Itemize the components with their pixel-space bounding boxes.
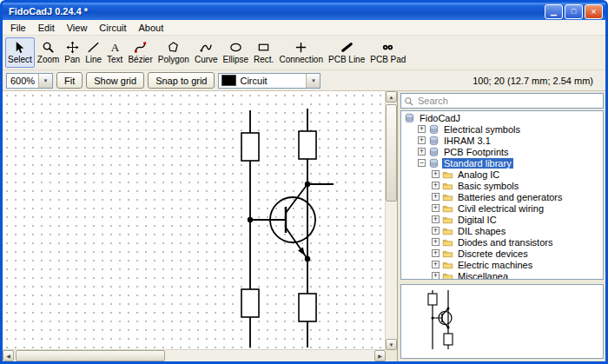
window-controls: ▁ □ × bbox=[545, 4, 603, 19]
tree-item-dil-shapes[interactable]: +DIL shapes bbox=[401, 225, 603, 236]
expand-icon[interactable]: + bbox=[432, 261, 439, 268]
tree-label: Digital IC bbox=[456, 215, 499, 225]
tool-pan-button[interactable]: Pan bbox=[62, 37, 83, 68]
tool-pcbline-button[interactable]: PCB Line bbox=[326, 37, 367, 68]
tree-item-batteries-and-generators[interactable]: +Batteries and generators bbox=[401, 191, 603, 202]
tree-item-ihram-3-1[interactable]: +IHRAM 3.1 bbox=[401, 135, 603, 146]
zoom-combobox[interactable]: 600% ▼ bbox=[6, 73, 53, 89]
tools-toolbar: SelectZoomPanLineTextBézierPolygonCurveE… bbox=[3, 36, 605, 70]
minimize-button[interactable]: ▁ bbox=[545, 4, 563, 19]
tree-item-analog-ic[interactable]: +Analog IC bbox=[401, 169, 603, 180]
vertical-scroll-track[interactable] bbox=[386, 103, 397, 339]
canvas-vertical-scrollbar[interactable]: ▲ ▼ bbox=[385, 91, 397, 350]
tool-polygon-button[interactable]: Polygon bbox=[155, 37, 192, 68]
scroll-up-icon[interactable]: ▲ bbox=[386, 91, 397, 103]
cursor-coordinates: 100; 20 (12.7 mm; 2.54 mm) bbox=[473, 76, 593, 86]
folder-icon bbox=[442, 237, 453, 248]
horizontal-scroll-thumb[interactable] bbox=[16, 350, 165, 361]
pcbline-icon bbox=[340, 41, 354, 54]
menu-file[interactable]: File bbox=[4, 22, 32, 34]
curve-icon bbox=[200, 41, 213, 54]
tree-label: Analog IC bbox=[456, 169, 501, 180]
folder-icon bbox=[442, 192, 453, 202]
chevron-down-icon[interactable]: ▼ bbox=[38, 74, 52, 88]
tool-connection-button[interactable]: Connection bbox=[276, 37, 326, 68]
close-button[interactable]: × bbox=[585, 4, 603, 19]
folder-icon bbox=[442, 169, 453, 180]
search-input[interactable] bbox=[416, 95, 600, 107]
bezier-icon bbox=[134, 41, 147, 54]
menubar: FileEditViewCircuitAbout bbox=[3, 20, 605, 36]
tool-ellipse-button[interactable]: Ellipse bbox=[221, 37, 251, 68]
expand-icon[interactable]: + bbox=[418, 136, 426, 144]
library-icon bbox=[428, 124, 439, 135]
folder-icon bbox=[442, 215, 453, 225]
menu-about[interactable]: About bbox=[133, 22, 170, 34]
tree-item-pcb-footprints[interactable]: +PCB Footprints bbox=[401, 146, 603, 157]
zoom-value: 600% bbox=[7, 76, 38, 86]
expand-icon[interactable]: + bbox=[432, 182, 439, 189]
tree-item-fidocadj[interactable]: FidoCadJ bbox=[401, 112, 603, 123]
fit-button[interactable]: Fit bbox=[56, 72, 83, 89]
vertical-scroll-thumb[interactable] bbox=[386, 104, 397, 202]
menu-view[interactable]: View bbox=[61, 22, 94, 34]
library-sidebar: FidoCadJ+Electrical symbols+IHRAM 3.1+PC… bbox=[398, 91, 605, 361]
layer-combobox[interactable]: Circuit ▼ bbox=[218, 73, 321, 89]
collapse-icon[interactable]: − bbox=[418, 159, 426, 167]
tree-item-discrete-devices[interactable]: +Discrete devices bbox=[401, 248, 603, 259]
expand-icon[interactable]: + bbox=[432, 170, 439, 178]
expand-icon[interactable]: + bbox=[432, 227, 439, 235]
expand-icon[interactable]: + bbox=[432, 238, 439, 246]
tree-item-civil-electrical-wiring[interactable]: +Civil electrical wiring bbox=[401, 202, 603, 214]
layer-value: Circuit bbox=[236, 76, 306, 86]
tree-item-standard-library[interactable]: −Standard library bbox=[401, 157, 603, 169]
horizontal-scroll-track[interactable] bbox=[14, 350, 374, 361]
tree-item-basic-symbols[interactable]: +Basic symbols bbox=[401, 180, 603, 191]
tool-text-button[interactable]: Text bbox=[104, 37, 125, 68]
show-grid-button[interactable]: Show grid bbox=[86, 72, 144, 89]
tool-select-button[interactable]: Select bbox=[5, 37, 35, 68]
chevron-down-icon[interactable]: ▼ bbox=[306, 74, 320, 88]
tree-label: FidoCadJ bbox=[418, 113, 462, 123]
menu-circuit[interactable]: Circuit bbox=[93, 22, 132, 34]
snap-to-grid-button[interactable]: Snap to grid bbox=[148, 72, 215, 89]
expand-icon[interactable]: + bbox=[432, 272, 439, 280]
layer-color-swatch bbox=[221, 75, 236, 86]
scroll-down-icon[interactable]: ▼ bbox=[386, 339, 397, 350]
drawing-canvas[interactable] bbox=[3, 91, 386, 350]
tool-zoom-button[interactable]: Zoom bbox=[35, 37, 63, 68]
tool-bezier-button[interactable]: Bézier bbox=[125, 37, 155, 68]
expand-icon[interactable]: + bbox=[418, 125, 426, 133]
tool-curve-button[interactable]: Curve bbox=[192, 37, 221, 68]
tree-item-electrical-symbols[interactable]: +Electrical symbols bbox=[401, 123, 603, 135]
tool-line-button[interactable]: Line bbox=[83, 37, 104, 68]
tree-label: Civil electrical wiring bbox=[456, 203, 545, 214]
tool-rect-button[interactable]: Rect. bbox=[251, 37, 276, 68]
library-icon bbox=[404, 113, 415, 123]
canvas-horizontal-scrollbar[interactable]: ◀ ▶ bbox=[3, 349, 386, 361]
tool-label: Rect. bbox=[254, 55, 274, 64]
expand-icon[interactable]: + bbox=[432, 215, 439, 223]
zoom-icon bbox=[42, 41, 55, 54]
maximize-button[interactable]: □ bbox=[565, 4, 583, 19]
expand-icon[interactable]: + bbox=[432, 249, 439, 257]
tool-label: Select bbox=[8, 55, 32, 64]
scroll-right-icon[interactable]: ▶ bbox=[374, 350, 386, 361]
menu-edit[interactable]: Edit bbox=[32, 22, 61, 34]
titlebar[interactable]: FidoCadJ 0.24.4 * ▁ □ × bbox=[3, 3, 605, 20]
ellipse-icon bbox=[229, 41, 242, 54]
tool-label: Text bbox=[107, 55, 122, 64]
tree-item-miscellanea[interactable]: +Miscellanea bbox=[401, 270, 603, 280]
rect-icon bbox=[257, 41, 270, 54]
tree-label: Discrete devices bbox=[456, 248, 530, 259]
tree-item-electric-machines[interactable]: +Electric machines bbox=[401, 259, 603, 270]
tool-label: Pan bbox=[64, 55, 80, 64]
scroll-left-icon[interactable]: ◀ bbox=[3, 350, 14, 361]
folder-icon bbox=[442, 203, 453, 214]
expand-icon[interactable]: + bbox=[432, 204, 439, 212]
expand-icon[interactable]: + bbox=[418, 148, 426, 156]
tree-item-diodes-and-transistors[interactable]: +Diodes and transistors bbox=[401, 236, 603, 248]
tree-item-digital-ic[interactable]: +Digital IC bbox=[401, 214, 603, 225]
tool-pcbpad-button[interactable]: PCB Pad bbox=[367, 37, 408, 68]
expand-icon[interactable]: + bbox=[432, 193, 439, 201]
